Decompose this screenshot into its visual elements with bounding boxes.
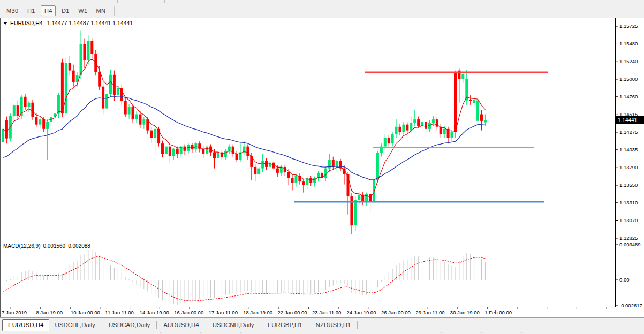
candle bbox=[436, 117, 438, 131]
candle bbox=[90, 39, 93, 59]
time-axis-label: 7 Jan 2019 bbox=[2, 309, 27, 315]
chart-tab-usdcnh[interactable]: USDCNH,Daily bbox=[207, 319, 260, 331]
candle bbox=[447, 127, 450, 143]
candle bbox=[269, 161, 271, 171]
chart-tabs-bar: EURUSD,H4 USDCHF,Daily USDCAD,Daily AUDU… bbox=[0, 317, 644, 334]
time-axis-label: 1 Feb 00:00 bbox=[484, 309, 512, 315]
candle bbox=[228, 145, 231, 154]
candle bbox=[254, 164, 256, 181]
time-axis-label: 22 Jan 00:00 bbox=[278, 309, 307, 315]
candle bbox=[221, 150, 223, 160]
candle bbox=[236, 151, 238, 162]
candle bbox=[421, 119, 423, 129]
candle bbox=[142, 117, 145, 129]
chart-tab-eurusd[interactable]: EURUSD,H4 bbox=[2, 319, 49, 331]
chart-tab-nzdusd[interactable]: NZDUSD,H1 bbox=[310, 319, 357, 331]
candle bbox=[239, 143, 242, 162]
time-axis-label: 14 Jan 19:00 bbox=[140, 309, 169, 315]
tab-separator bbox=[357, 321, 358, 329]
tab-separator bbox=[156, 321, 157, 329]
price-axis[interactable]: 1.157251.154801.152401.150001.147601.145… bbox=[615, 23, 638, 241]
time-axis-label: 30 Jan 19:00 bbox=[450, 309, 480, 315]
time-axis-label: 26 Jan 00:00 bbox=[381, 309, 411, 315]
candle bbox=[57, 93, 60, 118]
toolbar-overflow-strip bbox=[0, 0, 644, 3]
timeframe-button-d1[interactable]: D1 bbox=[58, 5, 73, 16]
candle bbox=[365, 193, 368, 206]
timeframe-button-h4[interactable]: H4 bbox=[41, 5, 56, 16]
candle bbox=[5, 117, 8, 144]
symbol-dropdown-icon[interactable] bbox=[3, 22, 7, 25]
macd-axis[interactable]: 0.003489 0.00 -0.002617 bbox=[615, 241, 642, 308]
timeframe-button-m30[interactable]: M30 bbox=[3, 5, 21, 16]
candle bbox=[343, 165, 346, 185]
toolbar-separator bbox=[114, 6, 115, 16]
candle bbox=[461, 72, 464, 82]
time-axis-label: 29 Jan 11:00 bbox=[415, 309, 444, 315]
time-axis-label: 23 Jan 11:00 bbox=[312, 309, 341, 315]
chart-tab-usdcad[interactable]: USDCAD,Daily bbox=[103, 319, 155, 331]
candle bbox=[198, 141, 201, 152]
candle bbox=[336, 160, 338, 170]
ma-fast-line bbox=[3, 59, 486, 197]
price-axis-label: 1.13550 bbox=[619, 182, 638, 188]
chart-window: 1.157251.154801.152401.150001.147601.145… bbox=[0, 18, 644, 317]
candle bbox=[321, 171, 323, 181]
candle bbox=[28, 101, 31, 112]
macd-axis-max: 0.003489 bbox=[619, 241, 641, 247]
candle bbox=[476, 97, 479, 130]
time-axis[interactable]: 7 Jan 20198 Jan 19:0010 Jan 00:0011 Jan … bbox=[2, 307, 607, 315]
price-axis-label: 1.15240 bbox=[619, 58, 638, 64]
candle bbox=[128, 104, 131, 118]
price-axis-label: 1.14035 bbox=[619, 147, 638, 153]
candle bbox=[257, 167, 260, 178]
candle bbox=[339, 159, 342, 171]
candle bbox=[284, 165, 286, 176]
macd-axis-zero: 0.00 bbox=[619, 277, 630, 283]
candle bbox=[172, 148, 175, 160]
candle bbox=[206, 145, 208, 157]
candle bbox=[406, 123, 408, 134]
candle bbox=[24, 94, 27, 110]
candle bbox=[309, 176, 312, 186]
candle bbox=[361, 192, 364, 205]
candle bbox=[402, 122, 405, 135]
candle bbox=[165, 145, 168, 157]
chart-tab-usdchf[interactable]: USDCHF,Daily bbox=[49, 319, 100, 331]
candle bbox=[109, 70, 112, 97]
price-axis-label: 1.13310 bbox=[619, 200, 638, 206]
candle bbox=[169, 145, 171, 164]
candle bbox=[69, 56, 71, 75]
candle bbox=[395, 119, 398, 138]
timeframe-button-h1[interactable]: H1 bbox=[24, 5, 39, 16]
chart-tab-eurgbp[interactable]: EURGBP,H1 bbox=[262, 319, 308, 331]
timeframe-toolbar: M30 H1 H4 D1 W1 MN bbox=[0, 4, 644, 18]
candle bbox=[105, 93, 108, 112]
candle bbox=[146, 117, 149, 134]
candle bbox=[380, 143, 383, 157]
timeframe-button-mn[interactable]: MN bbox=[93, 5, 109, 16]
candle bbox=[17, 101, 19, 119]
candle bbox=[161, 141, 164, 157]
candle bbox=[232, 145, 234, 157]
ma-slow-line bbox=[3, 96, 486, 180]
chart-tab-audusd[interactable]: AUDUSD,H4 bbox=[158, 319, 204, 331]
candle bbox=[294, 174, 297, 187]
candle bbox=[187, 143, 190, 154]
time-axis-label: 17 Jan 11:00 bbox=[209, 309, 238, 315]
candle bbox=[42, 117, 45, 132]
candle bbox=[440, 124, 442, 138]
candle bbox=[124, 97, 127, 117]
candle bbox=[313, 177, 316, 187]
time-axis-label: 18 Jan 19:00 bbox=[243, 309, 272, 315]
svg-text:1.14441: 1.14441 bbox=[618, 117, 638, 123]
price-chart-canvas[interactable]: 1.157251.154801.152401.150001.147601.145… bbox=[1, 18, 644, 317]
candle bbox=[391, 132, 394, 146]
price-axis-label: 1.15480 bbox=[619, 41, 638, 47]
candle bbox=[132, 104, 134, 123]
candle bbox=[139, 111, 141, 128]
candle bbox=[302, 179, 305, 193]
timeframe-button-w1[interactable]: W1 bbox=[75, 5, 90, 16]
tab-separator bbox=[309, 321, 309, 329]
price-axis-label: 1.15000 bbox=[619, 76, 638, 82]
